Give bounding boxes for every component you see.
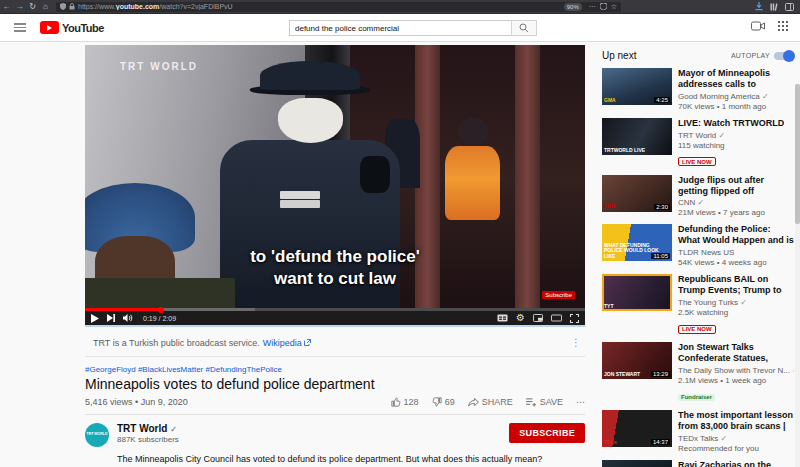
verified-icon: ✓ bbox=[790, 366, 794, 375]
views-and-date: 5,416 views • Jun 9, 2020 bbox=[85, 397, 188, 407]
library-icon[interactable] bbox=[770, 3, 778, 11]
youtube-logo[interactable]: YouTube bbox=[40, 21, 104, 34]
reload-button[interactable]: ↻ bbox=[26, 2, 39, 11]
video-meta: 70K views • 1 month ago bbox=[678, 102, 794, 111]
video-thumbnail[interactable]: WHAT DEFUNDING POLICE WOULD LOOK LIKE11:… bbox=[602, 224, 672, 261]
url-bar[interactable]: https://www.youtube.com/watch?v=2vjaFDlB… bbox=[56, 2, 621, 12]
up-next-video[interactable]: JON STEWART13:29Jon Stewart Talks Confed… bbox=[602, 342, 794, 403]
video-thumbnail[interactable]: 11:22 bbox=[602, 460, 672, 467]
video-player[interactable]: TRT WORLD to 'defund the police' want to… bbox=[85, 45, 585, 327]
downloads-icon[interactable] bbox=[755, 2, 763, 11]
youtube-watch-page: ← → ↻ ⌂ https://www.youtube.com/watch?v=… bbox=[0, 0, 800, 467]
up-next-video[interactable]: 11:22Ravi Zacharias on the Christian Vie… bbox=[602, 460, 794, 467]
back-button[interactable]: ← bbox=[0, 2, 13, 11]
channel-name: The Young Turks ✓ bbox=[678, 298, 794, 307]
video-title: Defunding the Police: What Would Happen … bbox=[678, 224, 794, 246]
up-next-video[interactable]: GMA4:25Mayor of Minneapolis addresses ca… bbox=[602, 68, 794, 111]
home-button[interactable]: ⌂ bbox=[39, 2, 52, 11]
apps-grid-icon[interactable] bbox=[778, 21, 788, 31]
forward-button[interactable]: → bbox=[13, 2, 26, 11]
next-button[interactable] bbox=[107, 314, 115, 322]
up-next-video[interactable]: TRTWORLD LIVELIVE: Watch TRTWORLDTRT Wor… bbox=[602, 118, 794, 168]
like-button[interactable]: 128 bbox=[391, 397, 419, 407]
miniplayer-icon[interactable] bbox=[533, 314, 543, 322]
channel-avatar[interactable]: TRT WORLD bbox=[85, 423, 109, 447]
subscribe-watermark[interactable]: Subscribe bbox=[542, 291, 575, 299]
video-info: Defunding the Police: What Would Happen … bbox=[678, 224, 794, 267]
page-scrollbar[interactable] bbox=[795, 84, 800, 467]
search-input[interactable] bbox=[289, 20, 511, 36]
video-info: Judge flips out after getting flipped of… bbox=[678, 175, 794, 218]
video-captions: to 'defund the police' want to cut law bbox=[85, 246, 585, 289]
video-thumbnail[interactable]: TEDx14:37 bbox=[602, 410, 672, 447]
up-next-video[interactable]: TEDx14:37The most important lesson from … bbox=[602, 410, 794, 453]
play-button[interactable] bbox=[91, 314, 99, 323]
autoplay-label: AUTOPLAY bbox=[731, 52, 770, 59]
thumbs-up-icon bbox=[391, 397, 401, 407]
tracking-shield-icon[interactable] bbox=[60, 3, 66, 10]
more-actions-icon[interactable]: ⋯ bbox=[576, 397, 585, 407]
duration-badge: 2:30 bbox=[654, 204, 670, 210]
video-thumbnail[interactable]: TYT bbox=[602, 274, 672, 311]
video-frame[interactable]: TRT WORLD to 'defund the police' want to… bbox=[85, 45, 585, 310]
time-display: 0:19 / 2:09 bbox=[143, 315, 176, 322]
duration-badge: 11:05 bbox=[651, 253, 670, 259]
notice-menu-icon[interactable]: ⋮ bbox=[571, 337, 583, 348]
autoplay-toggle[interactable] bbox=[774, 52, 794, 60]
up-next-video[interactable]: TYTRepublicans BAIL on Trump Events; Tru… bbox=[602, 274, 794, 335]
theater-mode-icon[interactable] bbox=[551, 314, 562, 322]
video-info: LIVE: Watch TRTWORLDTRT World ✓115 watch… bbox=[678, 118, 784, 168]
channel-name[interactable]: TRT World bbox=[117, 423, 167, 434]
video-title: Ravi Zacharias on the Christian View of … bbox=[678, 460, 794, 467]
duration-badge: 13:29 bbox=[651, 371, 670, 377]
video-thumbnail[interactable]: JON STEWART13:29 bbox=[602, 342, 672, 379]
page-content: TRT WORLD to 'defund the police' want to… bbox=[0, 42, 800, 467]
save-button[interactable]: SAVE bbox=[526, 397, 563, 407]
search-button[interactable] bbox=[511, 20, 537, 36]
share-button[interactable]: SHARE bbox=[468, 397, 513, 407]
captions-icon[interactable] bbox=[497, 314, 508, 322]
video-info: The most important lesson from 83,000 br… bbox=[678, 410, 794, 453]
browser-toolbar: ← → ↻ ⌂ https://www.youtube.com/watch?v=… bbox=[0, 0, 800, 14]
wikipedia-link[interactable]: Wikipedia bbox=[263, 338, 302, 348]
scene-officer-face-mask bbox=[278, 98, 343, 143]
channel-name: CNN ✓ bbox=[678, 198, 794, 207]
video-thumbnail[interactable]: GMA4:25 bbox=[602, 68, 672, 105]
settings-gear-icon[interactable]: ⚙ bbox=[516, 313, 525, 323]
share-icon bbox=[468, 398, 479, 407]
video-title: LIVE: Watch TRTWORLD bbox=[678, 118, 784, 129]
guide-menu-icon[interactable] bbox=[14, 21, 26, 34]
bookmark-star-icon[interactable]: ☆ bbox=[611, 3, 617, 11]
video-title: Republicans BAIL on Trump Events; Trump … bbox=[678, 274, 794, 296]
youtube-wordmark: YouTube bbox=[62, 22, 104, 34]
zoom-level-indicator[interactable]: 90% bbox=[564, 3, 582, 11]
thumbs-down-icon bbox=[432, 397, 442, 407]
verified-icon: ✓ bbox=[760, 92, 769, 101]
sidebar-toggle-icon[interactable] bbox=[785, 3, 794, 11]
duration-badge: 14:37 bbox=[651, 439, 670, 445]
scene-worker-orange-vest bbox=[445, 146, 500, 220]
channel-name: TRT World ✓ bbox=[678, 131, 784, 140]
video-title: Judge flips out after getting flipped of… bbox=[678, 175, 794, 197]
volume-icon[interactable] bbox=[123, 314, 133, 322]
page-actions-icon[interactable]: ⋯ bbox=[589, 3, 596, 11]
permissions-shield-icon[interactable] bbox=[600, 3, 607, 10]
video-thumbnail[interactable]: TRTWORLD LIVE bbox=[602, 118, 672, 155]
fullscreen-icon[interactable] bbox=[570, 314, 579, 323]
playlist-add-icon bbox=[526, 398, 537, 407]
video-meta: 115 watching bbox=[678, 141, 784, 150]
lock-icon bbox=[69, 3, 75, 10]
subscribe-button[interactable]: SUBSCRIBE bbox=[509, 423, 585, 443]
scene-worker-head bbox=[458, 117, 488, 146]
up-next-list: GMA4:25Mayor of Minneapolis addresses ca… bbox=[602, 68, 794, 467]
video-meta: Recommended for you bbox=[678, 444, 794, 453]
video-meta: 2.1M views • 1 week ago bbox=[678, 376, 794, 385]
dislike-button[interactable]: 69 bbox=[432, 397, 455, 407]
up-next-video[interactable]: CNN2:30Judge flips out after getting fli… bbox=[602, 175, 794, 218]
title-hashtags[interactable]: #GeorgeFloyd #BlackLivesMatter #Defundin… bbox=[85, 365, 585, 374]
search-icon bbox=[519, 23, 529, 33]
up-next-video[interactable]: WHAT DEFUNDING POLICE WOULD LOOK LIKE11:… bbox=[602, 224, 794, 267]
video-thumbnail[interactable]: CNN2:30 bbox=[602, 175, 672, 212]
video-info: Jon Stewart Talks Confederate Statues, C… bbox=[678, 342, 794, 403]
create-video-icon[interactable] bbox=[751, 21, 765, 31]
